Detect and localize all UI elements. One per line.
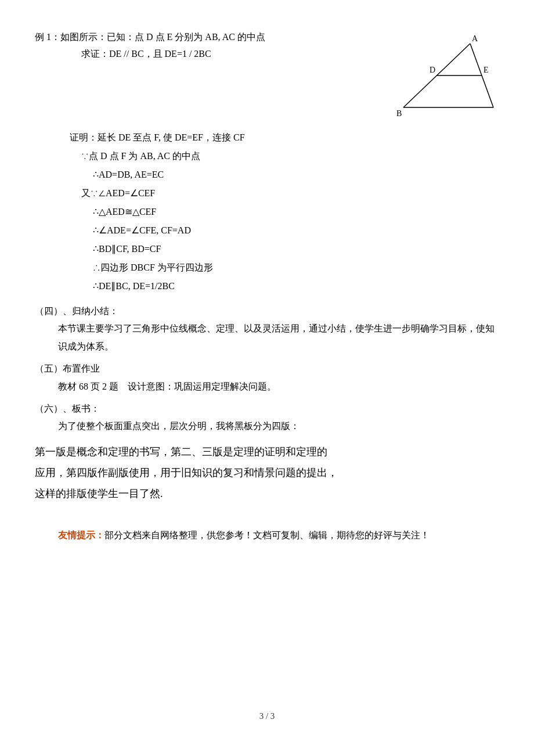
proof-line-2: 又∵∠AED=∠CEF (81, 184, 499, 203)
blackboard-section: （六）、板书： 为了使整个板面重点突出，层次分明，我将黑板分为四版： (35, 400, 499, 435)
blackboard-intro: 为了使整个板面重点突出，层次分明，我将黑板分为四版： (58, 417, 499, 435)
blackboard-intro-text: 为了使整个板面重点突出，层次分明，我将黑板分为四版： (58, 421, 300, 431)
page: 例 1：如图所示：已知：点 D 点 E 分别为 AB, AC 的中点 求证：DE… (0, 0, 534, 756)
tip-content: 部分文档来自网络整理，供您参考！文档可复制、编辑，期待您的好评与关注！ (104, 530, 430, 540)
label-e: E (484, 66, 489, 74)
board-line-2: 应用，第四版作副版使用，用于旧知识的复习和情景问题的提出， (35, 462, 499, 483)
diagram-area: A B D E (383, 32, 499, 125)
blackboard-full: 第一版是概念和定理的书写，第二、三版是定理的证明和定理的 应用，第四版作副版使用… (35, 441, 499, 504)
main-content: 例 1：如图所示：已知：点 D 点 E 分别为 AB, AC 的中点 求证：DE… (35, 23, 499, 700)
proof-line-3: ∴△AED≅△CEF (93, 203, 499, 221)
geometry-diagram: A B D E (386, 32, 496, 125)
proof-line-4: ∴∠ADE=∠CFE, CF=AD (93, 221, 499, 240)
example-section: 例 1：如图所示：已知：点 D 点 E 分别为 AB, AC 的中点 求证：DE… (35, 29, 499, 125)
label-a: A (472, 34, 478, 43)
homework-section: （五）布置作业 教材 68 页 2 题 设计意图：巩固运用定理解决问题。 (35, 360, 499, 395)
homework-title: （五）布置作业 (35, 363, 100, 373)
summary-title: （四）、归纳小结： (35, 306, 118, 316)
proof-intro: 证明：延长 DE 至点 F, 使 DE=EF，连接 CF (70, 128, 499, 147)
page-footer: 3 / 3 (35, 700, 499, 733)
board-line-1: 第一版是概念和定理的书写，第二、三版是定理的证明和定理的 (35, 441, 499, 462)
example-text: 例 1：如图所示：已知：点 D 点 E 分别为 AB, AC 的中点 求证：DE… (35, 29, 377, 63)
summary-content: 本节课主要学习了三角形中位线概念、定理、以及灵活运用，通过小结，使学生进一步明确… (58, 320, 499, 355)
proof-line-6: ∴四边形 DBCF 为平行四边形 (93, 258, 499, 277)
label-d: D (430, 66, 435, 74)
tip-section: 友情提示：部分文档来自网络整理，供您参考！文档可复制、编辑，期待您的好评与关注！ (35, 527, 499, 544)
proof-line-7: ∴DE∥BC, DE=1/2BC (93, 277, 499, 296)
summary-section: （四）、归纳小结： 本节课主要学习了三角形中位线概念、定理、以及灵活运用，通过小… (35, 303, 499, 355)
example-title: 例 1：如图所示：已知：点 D 点 E 分别为 AB, AC 的中点 (35, 29, 377, 46)
summary-text: 本节课主要学习了三角形中位线概念、定理、以及灵活运用，通过小结，使学生进一步明确… (58, 323, 495, 351)
proof-line-0: ∵点 D 点 F 为 AB, AC 的中点 (81, 147, 499, 165)
proof-line-5: ∴BD∥CF, BD=CF (93, 240, 499, 258)
example-line2: 求证：DE // BC，且 DE=1 / 2BC (81, 46, 377, 63)
label-b: B (396, 109, 402, 118)
proof-section: 证明：延长 DE 至点 F, 使 DE=EF，连接 CF ∵点 D 点 F 为 … (58, 128, 499, 296)
proof-line-1: ∴AD=DB, AE=EC (93, 165, 499, 184)
homework-content: 教材 68 页 2 题 设计意图：巩固运用定理解决问题。 (58, 381, 276, 391)
blackboard-title: （六）、板书： (35, 404, 100, 413)
page-number: 3 / 3 (259, 711, 275, 721)
board-line-3: 这样的排版使学生一目了然. (35, 483, 499, 504)
tip-label: 友情提示： (58, 530, 104, 540)
